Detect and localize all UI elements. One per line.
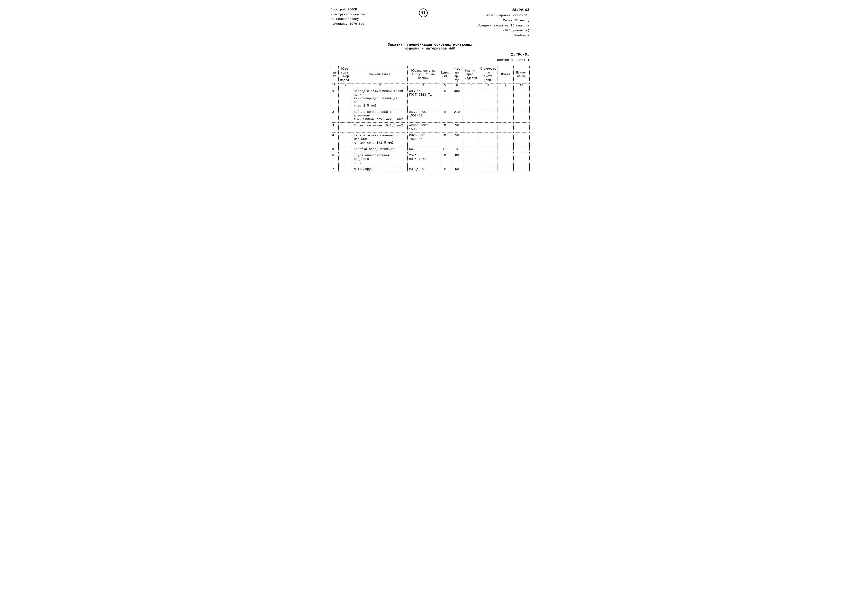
row-price-unit (479, 166, 498, 172)
row-союз (339, 123, 352, 132)
idx-3: 3 (352, 83, 408, 88)
circle-number: 61 (419, 8, 428, 17)
row-qty: 80 (451, 152, 463, 166)
row-note (513, 152, 529, 166)
row-fact (463, 152, 479, 166)
row-qty: 210 (451, 109, 463, 123)
table-row: 5.Коробка соединительнаяКСК-8ШТ4 (331, 146, 529, 152)
table-row: 1.Провод с алюминиевой жилой поли-винилх… (331, 88, 529, 109)
row-price-unit (479, 146, 498, 152)
idx-5: 5 (439, 83, 451, 88)
row-price-total (497, 152, 513, 166)
col-header-5: Един.изм. (439, 66, 451, 83)
row-qty: 50 (451, 166, 463, 172)
table-row: 7.МеталлорукавРЗ-ЦХ-20М50 (331, 166, 529, 172)
row-unit: М (439, 109, 451, 123)
row-unit: М (439, 123, 451, 132)
table-row: 4.Кабель экранированный с меднымижилами … (331, 132, 529, 146)
row-fact (463, 146, 479, 152)
idx-7: 7 (463, 83, 479, 88)
row-gost: АКВВГ ГОСТ1508-63 (408, 109, 439, 123)
row-price-total (497, 88, 513, 109)
project-line3: Средняя школа на 16 классов (479, 23, 530, 28)
row-gost: РЗ-ЦХ-20 (408, 166, 439, 172)
row-qty: 50 (451, 132, 463, 146)
row-unit: М (439, 166, 451, 172)
doc-number-right: 15490-05 (497, 52, 529, 57)
org-line4: г.Москва, 1976 год (331, 22, 369, 27)
row-note (513, 146, 529, 152)
col-header-9: Общая (497, 66, 513, 83)
col-header-4: Обозначение поГОСТу, ТУ илинормам (408, 66, 439, 83)
page-header: Госстрой РСФСР Конструкторское бюро по ж… (331, 7, 530, 38)
row-gost: КНРЭ ГОСТ7866-67 (408, 132, 439, 146)
table-row: 3.То же, сечением 10х2,5 мм2АКВВГ ГОСТ15… (331, 123, 529, 132)
row-price-unit (479, 123, 498, 132)
row-qty: 4 (451, 146, 463, 152)
row-price-unit (479, 88, 498, 109)
circle-number-container: 61 (419, 7, 428, 17)
row-unit: ШТ (439, 146, 451, 152)
col-header-3: Наименование (352, 66, 408, 83)
row-gost: 25х1,8МНI427-61 (408, 152, 439, 166)
top-info-right: 15490-05 Типовой проект 221-1-313 Серия … (479, 7, 530, 38)
row-unit: М (439, 132, 451, 146)
org-line3: по железобетону (331, 17, 369, 22)
doc-number-top: 15490-05 (479, 7, 530, 13)
row-num: 6. (331, 152, 339, 166)
row-num: 1. (331, 88, 339, 109)
project-line4: (624 учащихся) (479, 28, 530, 33)
row-price-total (497, 132, 513, 146)
row-name: То же, сечением 10х2,5 мм2 (352, 123, 408, 132)
row-fact (463, 109, 479, 123)
row-qty: 50 (451, 123, 463, 132)
col-header-10: Приме-чание (513, 66, 529, 83)
idx-6: 6 (451, 83, 463, 88)
row-price-unit (479, 132, 498, 146)
row-num: 5. (331, 146, 339, 152)
row-name: Металлорукав (352, 166, 408, 172)
doc-title-line2: изделий и материалов 4АП (331, 47, 530, 50)
project-line1: Типовой проект 221-1-313 (479, 13, 530, 18)
table-header-row: №№пп Обще-союз.шифриздел. Наименование О… (331, 66, 529, 83)
row-fact (463, 88, 479, 109)
row-союз (339, 109, 352, 123)
row-price-total (497, 109, 513, 123)
row-союз (339, 166, 352, 172)
row-name: Коробка соединительная (352, 146, 408, 152)
idx-1: 1 (331, 83, 339, 88)
table-index-row: 1 2 3 4 5 6 7 8 9 10 (331, 83, 529, 88)
row-name: Труба винипластовая среднеготипа (352, 152, 408, 166)
row-unit: М (439, 152, 451, 166)
row-gost: АКВВГ ГОСТ1508-63 (408, 123, 439, 132)
row-name: Провод с алюминиевой жилой поли-винилхло… (352, 88, 408, 109)
col-header-8: Стоимость посметеЕдин. (479, 66, 498, 83)
col-header-6: К-вопопр-ту (451, 66, 463, 83)
row-price-unit (479, 109, 498, 123)
row-qty: 300 (451, 88, 463, 109)
doc-title: Заказная спецификация основных монтажных… (331, 43, 530, 50)
row-fact (463, 166, 479, 172)
row-союз (339, 88, 352, 109)
row-name: Кабель контрольный с алюминие-выми жилам… (352, 109, 408, 123)
spec-table: №№пп Обще-союз.шифриздел. Наименование О… (331, 66, 530, 172)
idx-10: 10 (513, 83, 529, 88)
row-fact (463, 123, 479, 132)
row-price-total (497, 123, 513, 132)
sheets-info: Листов 1. Лист 1 (497, 58, 529, 62)
project-line2: Серия 25 лл. у (479, 18, 530, 23)
row-note (513, 132, 529, 146)
row-союз (339, 132, 352, 146)
col-header-2: Обще-союз.шифриздел. (339, 66, 352, 83)
org-line2: Конструкторское бюро (331, 12, 369, 17)
row-note (513, 109, 529, 123)
idx-8: 8 (479, 83, 498, 88)
table-row: 2.Кабель контрольный с алюминие-выми жил… (331, 109, 529, 123)
col-header-1: №№пп (331, 66, 339, 83)
table-row: 6.Труба винипластовая среднеготипа25х1,8… (331, 152, 529, 166)
org-line1: Госстрой РСФСР (331, 7, 369, 12)
col-header-7: Фактич.треб.изделий (463, 66, 479, 83)
idx-4: 4 (408, 83, 439, 88)
row-price-total (497, 166, 513, 172)
row-price-total (497, 146, 513, 152)
